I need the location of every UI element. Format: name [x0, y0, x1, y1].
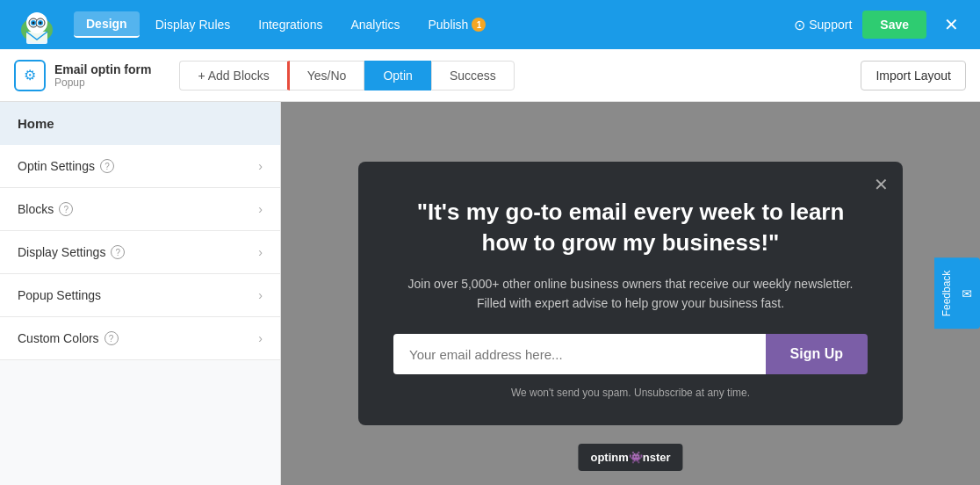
popup-disclaimer: We won't send you spam. Unsubscribe at a…: [393, 387, 868, 399]
feedback-tab[interactable]: Feedback ✉: [934, 258, 980, 329]
help-icon-optin-settings: ?: [100, 159, 114, 173]
sidebar-item-popup-settings[interactable]: Popup Settings ›: [0, 274, 280, 317]
tab-success[interactable]: Success: [431, 61, 515, 90]
sidebar-item-optin-settings[interactable]: Optin Settings ? ›: [0, 145, 280, 188]
popup-form-row: Sign Up: [393, 334, 868, 374]
form-info: ⚙ Email optin form Popup: [14, 60, 151, 91]
feedback-label: Feedback: [940, 271, 953, 317]
help-icon-display-settings: ?: [111, 245, 125, 259]
second-bar: ⚙ Email optin form Popup + Add Blocks Ye…: [0, 49, 980, 102]
popup-close-button[interactable]: ✕: [874, 174, 889, 195]
help-icon-blocks: ?: [59, 202, 73, 216]
nav-publish[interactable]: Publish 1: [415, 12, 498, 37]
add-blocks-button[interactable]: + Add Blocks: [179, 61, 289, 90]
top-navigation: Design Display Rules Integrations Analyt…: [0, 0, 980, 49]
sidebar-home: Home: [0, 102, 280, 145]
svg-point-6: [32, 22, 35, 25]
chevron-right-icon: ›: [258, 159, 263, 173]
gear-icon: ⚙: [24, 67, 36, 83]
nav-analytics[interactable]: Analytics: [338, 12, 412, 37]
sidebar-label-custom-colors: Custom Colors: [18, 331, 99, 345]
view-tabs: + Add Blocks Yes/No Optin Success: [179, 61, 514, 90]
question-circle-icon: ⊙: [794, 17, 805, 33]
import-layout-button[interactable]: Import Layout: [861, 61, 966, 90]
om-logo-text: optinm👾nster: [590, 451, 670, 464]
sidebar-label-display-settings: Display Settings: [18, 245, 105, 259]
sidebar: Home Optin Settings ? › Blocks ? › Displ…: [0, 102, 281, 485]
sidebar-label-blocks: Blocks: [18, 202, 54, 216]
sidebar-label-optin-settings: Optin Settings: [18, 159, 95, 173]
popup-subtext: Join over 5,000+ other online business o…: [393, 274, 868, 314]
main-layout: Home Optin Settings ? › Blocks ? › Displ…: [0, 102, 980, 485]
sidebar-label-popup-settings: Popup Settings: [18, 288, 101, 302]
support-button[interactable]: ⊙ Support: [794, 17, 852, 33]
canvas-area: ✕ "It's my go-to email every week to lea…: [281, 102, 980, 485]
sidebar-item-custom-colors[interactable]: Custom Colors ? ›: [0, 317, 280, 360]
popup-modal: ✕ "It's my go-to email every week to lea…: [358, 162, 903, 426]
save-button[interactable]: Save: [862, 11, 926, 39]
email-input[interactable]: [393, 334, 766, 374]
help-icon-custom-colors: ?: [104, 331, 119, 345]
sidebar-item-blocks[interactable]: Blocks ? ›: [0, 188, 280, 231]
tab-yes-no[interactable]: Yes/No: [290, 61, 365, 90]
feedback-icon: ✉: [960, 286, 974, 300]
form-icon: ⚙: [14, 60, 46, 91]
om-branding: optinm👾nster: [578, 444, 682, 471]
nav-integrations[interactable]: Integrations: [246, 12, 335, 37]
chevron-right-icon: ›: [258, 202, 263, 216]
form-subtitle: Popup: [54, 76, 151, 89]
tab-optin[interactable]: Optin: [364, 61, 430, 90]
sidebar-item-display-settings[interactable]: Display Settings ? ›: [0, 231, 280, 274]
signup-button[interactable]: Sign Up: [766, 334, 868, 374]
chevron-right-icon: ›: [258, 288, 263, 302]
publish-badge: 1: [472, 18, 486, 32]
close-nav-button[interactable]: ✕: [937, 11, 966, 39]
nav-design[interactable]: Design: [74, 11, 140, 38]
nav-display-rules[interactable]: Display Rules: [143, 12, 243, 37]
nav-links: Design Display Rules Integrations Analyt…: [74, 11, 787, 38]
popup-headline: "It's my go-to email every week to learn…: [393, 197, 868, 258]
form-title: Email optin form: [54, 62, 151, 76]
logo: [14, 5, 60, 44]
nav-right: ⊙ Support Save ✕: [794, 11, 966, 39]
svg-point-7: [40, 22, 42, 25]
chevron-right-icon: ›: [258, 245, 263, 259]
chevron-right-icon: ›: [258, 331, 263, 345]
